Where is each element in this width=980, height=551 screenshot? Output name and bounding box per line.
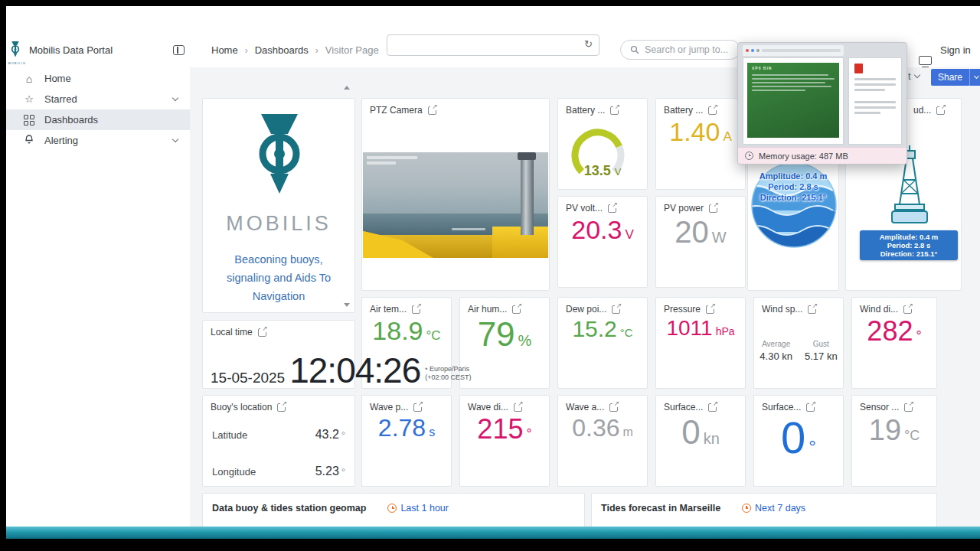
external-link-icon[interactable] xyxy=(936,106,945,115)
search-input[interactable] xyxy=(645,44,730,55)
buoy-direction-text: Direction: 215.1° xyxy=(863,249,955,258)
external-link-icon[interactable] xyxy=(609,403,618,412)
partial-dropdown[interactable]: t xyxy=(908,70,920,82)
sidebar-item-dashboards[interactable]: Dashboards xyxy=(6,109,190,130)
panel-header: Air hum... xyxy=(468,303,521,315)
external-link-icon[interactable] xyxy=(610,106,619,115)
panel-header: Surface... xyxy=(664,401,717,413)
stat-unit: ° xyxy=(526,427,531,441)
panel-header: PTZ Camera xyxy=(370,104,436,116)
brand-word: MOBILIS xyxy=(203,212,354,236)
external-link-icon[interactable] xyxy=(608,204,616,213)
external-link-icon[interactable] xyxy=(708,403,717,412)
external-link-icon[interactable] xyxy=(806,403,815,412)
pip-dot xyxy=(756,49,760,52)
external-link-icon[interactable] xyxy=(428,106,436,115)
sidebar: ⌂ Home ☆ Starred Dashboards Alerting xyxy=(6,67,190,527)
stat-value: 1.40 A xyxy=(656,119,745,184)
scroll-up-indicator[interactable] xyxy=(344,86,350,90)
buoy-amplitude-text: Amplitude: 0.4 m xyxy=(863,233,955,241)
stat-number: 0 xyxy=(681,416,700,449)
stat-number: 20.3 xyxy=(571,217,622,243)
stat-unit: hPa xyxy=(716,326,735,337)
breadcrumb-dashboards[interactable]: Dashboards xyxy=(255,44,309,56)
scroll-down-indicator[interactable] xyxy=(344,303,350,307)
time-range-link[interactable]: Next 7 days xyxy=(742,503,805,514)
clock-icon xyxy=(745,152,753,160)
share-button[interactable]: Share xyxy=(931,69,980,86)
external-link-icon[interactable] xyxy=(512,305,521,314)
sign-in-link[interactable]: Sign in xyxy=(940,44,971,56)
latitude-unit: ° xyxy=(341,429,345,441)
panel-title: Buoy's location xyxy=(211,402,272,412)
panel-header: PV volt... xyxy=(566,202,616,214)
local-date: 15-05-2025 xyxy=(211,370,285,386)
external-link-icon[interactable] xyxy=(708,106,717,115)
pip-overlay[interactable]: XP6 BIN Memory usage: 487 MB xyxy=(737,42,907,165)
sidebar-item-alerting[interactable]: Alerting xyxy=(6,130,190,151)
chevron-down-icon[interactable] xyxy=(172,95,178,101)
stat-number: 1.40 xyxy=(669,119,720,145)
time-range-label: Last 1 hour xyxy=(400,503,449,514)
external-link-icon[interactable] xyxy=(277,403,286,412)
external-link-icon[interactable] xyxy=(903,305,912,314)
wind-average-label: Average xyxy=(760,340,792,348)
stat-value: 2.78 s xyxy=(362,416,451,481)
time-range-link[interactable]: Last 1 hour xyxy=(387,503,449,514)
pip-text-line xyxy=(854,78,896,80)
search-box[interactable] xyxy=(620,40,740,60)
external-link-icon[interactable] xyxy=(612,305,620,314)
pip-right-page xyxy=(848,57,902,145)
stat-number: 13.5 xyxy=(584,163,611,178)
panel-title: Dew poi... xyxy=(566,304,606,315)
pip-urlbar xyxy=(762,49,841,52)
external-link-icon[interactable] xyxy=(514,403,522,412)
monitor-icon[interactable] xyxy=(919,56,932,65)
sidebar-toggle-icon[interactable] xyxy=(173,45,185,55)
sidebar-item-label: Home xyxy=(44,73,71,84)
stat-value: 215 ° xyxy=(460,416,549,481)
panel-title: Tides forecast in Marseille xyxy=(601,503,720,514)
panel-title: Battery ... xyxy=(566,105,605,116)
breadcrumb-separator: › xyxy=(315,45,318,56)
brand-logo-word: MOBILIS xyxy=(8,61,26,65)
breadcrumb-home[interactable]: Home xyxy=(211,44,238,56)
panel-battery-current: Battery ... 1.40 A xyxy=(655,98,746,190)
panel-dew-point: Dew poi... 15.2 °C xyxy=(557,297,648,389)
stat-unit: s xyxy=(429,426,435,439)
panel-title: Wind sp... xyxy=(762,304,802,315)
stat-number: 0.36 xyxy=(572,416,619,440)
camera-timestamp-overlay xyxy=(367,161,396,165)
chevron-down-icon[interactable] xyxy=(172,136,178,142)
panel-title: Sensor ... xyxy=(860,402,899,412)
share-dropdown-toggle[interactable] xyxy=(970,69,980,86)
external-link-icon[interactable] xyxy=(413,403,422,412)
external-link-icon[interactable] xyxy=(258,328,266,337)
breadcrumb: Home › Dashboards › Visitor Page xyxy=(211,44,379,56)
external-link-icon[interactable] xyxy=(412,305,420,314)
stat-number: 1011 xyxy=(666,318,712,339)
refresh-icon[interactable]: ↻ xyxy=(584,38,593,50)
external-link-icon[interactable] xyxy=(904,403,913,412)
external-link-icon[interactable] xyxy=(709,204,717,213)
panel-local-time: Local time 15-05-2025 12:04:26 Europe/Pa… xyxy=(202,320,355,389)
home-icon: ⌂ xyxy=(23,73,35,85)
panel-header: Pressure xyxy=(664,303,714,315)
panel-pv-voltage: PV volt... 20.3 V xyxy=(557,196,648,288)
panel-header: Wave a... xyxy=(566,401,618,413)
overlay-box: ↻ xyxy=(387,34,599,56)
brand-logo[interactable]: MOBILIS xyxy=(8,41,26,63)
stat-number: 215 xyxy=(477,416,523,443)
sidebar-item-starred[interactable]: ☆ Starred xyxy=(6,89,190,109)
camera-timestamp-overlay xyxy=(367,156,417,159)
longitude-label: Longitude xyxy=(212,466,256,478)
external-link-icon[interactable] xyxy=(706,305,714,314)
pip-text-line xyxy=(854,89,885,91)
panel-title: PV power xyxy=(664,203,704,214)
stat-unit: °C xyxy=(904,429,920,442)
sidebar-item-home[interactable]: ⌂ Home xyxy=(6,68,190,89)
search-icon xyxy=(630,45,639,54)
star-icon: ☆ xyxy=(23,93,35,105)
sidebar-item-label: Starred xyxy=(44,93,77,105)
external-link-icon[interactable] xyxy=(808,305,816,314)
